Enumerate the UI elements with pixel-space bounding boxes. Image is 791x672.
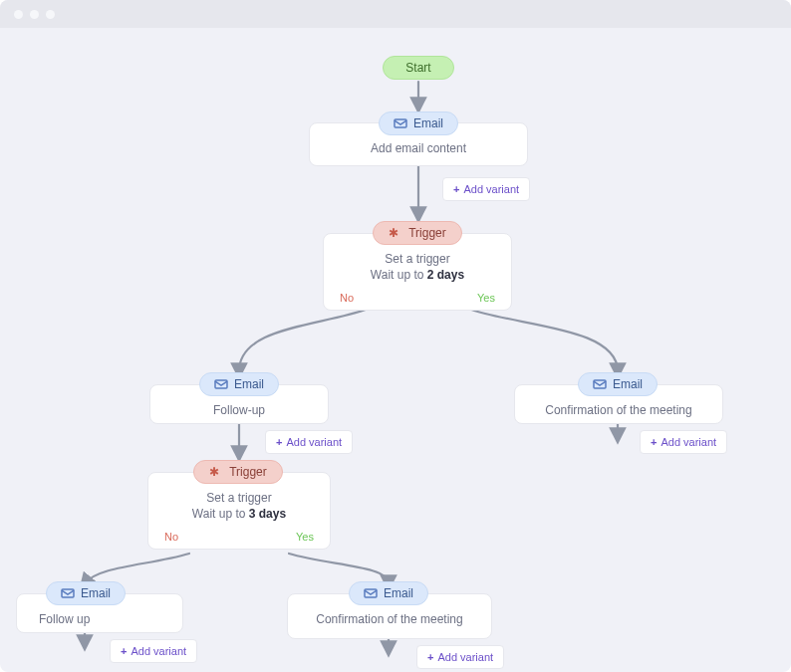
confirm1-body: Confirmation of the meeting [525, 403, 712, 417]
asterisk-icon: ✱ [209, 465, 223, 479]
email-pill-confirm1[interactable]: Email [578, 372, 658, 396]
email-pill-followup2[interactable]: Email [46, 581, 126, 605]
flow-canvas[interactable]: Start Add email content Email + Add vari… [0, 28, 791, 672]
svg-rect-4 [365, 589, 377, 597]
plus-icon: + [651, 436, 657, 448]
followup-body: Follow-up [160, 403, 318, 417]
trigger2-pill-label: Trigger [229, 465, 267, 479]
trigger1-days: 2 days [427, 268, 464, 282]
email1-pill-label: Email [413, 116, 443, 130]
trigger2-body: Set a trigger [158, 491, 320, 505]
add-variant-button-followup[interactable]: + Add variant [265, 430, 353, 454]
window-control-dot [14, 10, 23, 19]
email-pill-confirm2[interactable]: Email [349, 581, 428, 605]
svg-rect-1 [215, 380, 227, 388]
add-variant-label: Add variant [437, 651, 493, 663]
confirm1-pill-label: Email [613, 377, 643, 391]
svg-rect-2 [594, 380, 606, 388]
trigger2-days: 3 days [249, 507, 286, 521]
trigger2-no-label: No [164, 531, 178, 543]
followup2-pill-label: Email [81, 586, 111, 600]
add-variant-button-confirm2[interactable]: + Add variant [416, 645, 504, 669]
svg-rect-3 [62, 589, 74, 597]
mail-icon [593, 379, 607, 389]
add-variant-label: Add variant [286, 436, 342, 448]
trigger-pill-2[interactable]: ✱ Trigger [193, 460, 283, 484]
followup2-body: Follow up [39, 612, 172, 626]
mail-icon [364, 588, 378, 598]
trigger2-yes-label: Yes [296, 531, 314, 543]
start-node[interactable]: Start [383, 56, 454, 80]
trigger2-wait-prefix: Wait up to [192, 507, 246, 521]
trigger-pill-1[interactable]: ✱ Trigger [373, 221, 462, 245]
email-pill-1[interactable]: Email [379, 112, 458, 135]
trigger1-wait-prefix: Wait up to [371, 268, 424, 282]
add-variant-button-followup2[interactable]: + Add variant [110, 639, 197, 663]
add-variant-label: Add variant [463, 183, 519, 195]
start-label: Start [405, 61, 430, 75]
plus-icon: + [276, 436, 282, 448]
trigger1-pill-label: Trigger [408, 226, 446, 240]
asterisk-icon: ✱ [389, 226, 402, 240]
mail-icon [61, 588, 75, 598]
window-control-dot [30, 10, 39, 19]
email-pill-followup[interactable]: Email [199, 372, 279, 396]
window-control-dot [46, 10, 55, 19]
add-variant-button-1[interactable]: + Add variant [442, 177, 530, 201]
titlebar [0, 0, 791, 28]
plus-icon: + [121, 645, 127, 657]
trigger1-no-label: No [340, 292, 354, 304]
plus-icon: + [427, 651, 433, 663]
add-variant-label: Add variant [660, 436, 716, 448]
trigger1-yes-label: Yes [477, 292, 495, 304]
followup-pill-label: Email [234, 377, 264, 391]
add-variant-button-confirm1[interactable]: + Add variant [640, 430, 727, 454]
plus-icon: + [453, 183, 459, 195]
app-window: Start Add email content Email + Add vari… [0, 0, 791, 672]
add-variant-label: Add variant [131, 645, 186, 657]
trigger1-body: Set a trigger [334, 252, 501, 266]
mail-icon [214, 379, 228, 389]
svg-rect-0 [395, 119, 406, 127]
email1-body: Add email content [320, 141, 517, 155]
confirm2-pill-label: Email [384, 586, 413, 600]
confirm2-body: Confirmation of the meeting [298, 612, 481, 626]
mail-icon [394, 118, 407, 128]
